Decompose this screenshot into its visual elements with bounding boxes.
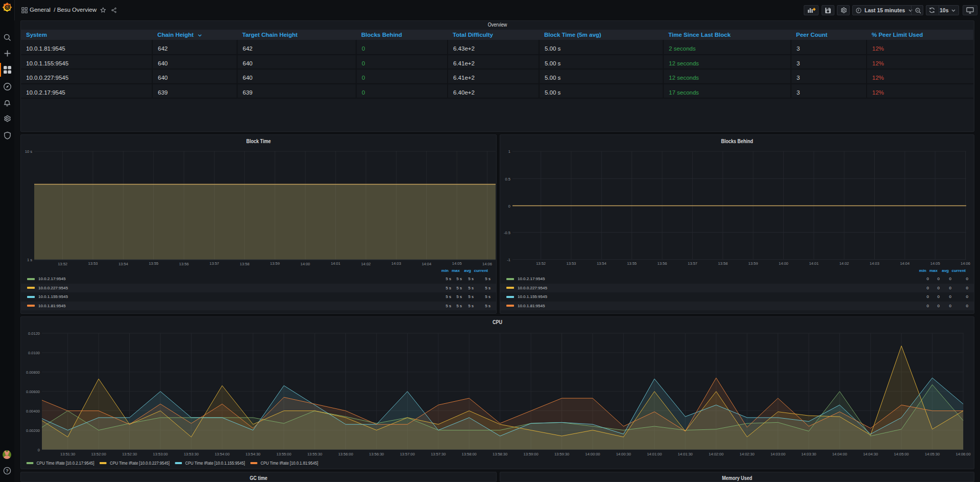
svg-text:13:57:30: 13:57:30 — [431, 452, 446, 456]
svg-text:13:58: 13:58 — [718, 261, 728, 266]
svg-text:14:02: 14:02 — [361, 262, 371, 266]
svg-text:13:56: 13:56 — [658, 261, 667, 266]
svg-text:14:05: 14:05 — [930, 261, 940, 266]
svg-text:13:57: 13:57 — [209, 261, 219, 266]
svg-text:13:56:00: 13:56:00 — [338, 452, 353, 456]
svg-text:13:58: 13:58 — [240, 262, 249, 266]
svg-text:13:57:00: 13:57:00 — [400, 452, 415, 456]
svg-text:14:01: 14:01 — [331, 261, 340, 266]
svg-text:13:53: 13:53 — [88, 261, 98, 266]
svg-text:?: ? — [6, 468, 9, 473]
svg-text:14:06: 14:06 — [961, 261, 970, 266]
svg-text:10 s: 10 s — [25, 149, 32, 154]
svg-text:14:00: 14:00 — [300, 262, 310, 266]
svg-text:13:52: 13:52 — [58, 262, 67, 266]
svg-text:-0.5: -0.5 — [504, 231, 510, 235]
svg-text:14:03: 14:03 — [870, 261, 879, 266]
svg-text:14:02: 14:02 — [839, 261, 849, 266]
svg-text:14:01:00: 14:01:00 — [647, 452, 662, 456]
svg-text:13:53:00: 13:53:00 — [153, 452, 168, 456]
svg-text:0: 0 — [38, 448, 40, 452]
svg-text:13:55: 13:55 — [627, 261, 637, 266]
svg-text:14:03: 14:03 — [391, 261, 401, 266]
svg-text:14:01:30: 14:01:30 — [678, 452, 693, 456]
svg-text:13:56:30: 13:56:30 — [369, 452, 384, 456]
svg-text:0.00200: 0.00200 — [26, 428, 40, 433]
svg-text:14:03:00: 14:03:00 — [771, 452, 785, 456]
svg-text:13:56: 13:56 — [179, 262, 189, 266]
svg-text:14:00:30: 14:00:30 — [616, 452, 631, 456]
svg-text:13:54:00: 13:54:00 — [215, 452, 229, 456]
svg-text:13:53: 13:53 — [567, 261, 576, 266]
svg-text:14:01: 14:01 — [809, 261, 819, 266]
svg-text:0.00800: 0.00800 — [26, 370, 40, 375]
svg-text:13:54:30: 13:54:30 — [246, 452, 261, 456]
svg-text:14:05: 14:05 — [452, 261, 462, 266]
svg-text:13:57: 13:57 — [688, 261, 697, 266]
svg-text:14:05:00: 14:05:00 — [894, 452, 909, 456]
svg-text:14:02:00: 14:02:00 — [709, 452, 724, 456]
svg-text:0.0100: 0.0100 — [28, 351, 40, 355]
svg-text:13:52: 13:52 — [536, 261, 546, 266]
svg-text:1: 1 — [508, 149, 510, 154]
svg-text:14:04:30: 14:04:30 — [863, 452, 878, 456]
svg-text:14:04: 14:04 — [422, 262, 431, 266]
svg-text:13:51:30: 13:51:30 — [60, 452, 75, 456]
svg-text:-1: -1 — [507, 258, 510, 262]
svg-text:0.0120: 0.0120 — [28, 331, 40, 336]
svg-text:13:55: 13:55 — [149, 261, 158, 266]
svg-text:14:00: 14:00 — [779, 261, 788, 266]
svg-text:13:58:00: 13:58:00 — [462, 452, 477, 456]
svg-text:0.00400: 0.00400 — [26, 409, 40, 414]
svg-text:13:54: 13:54 — [119, 262, 128, 266]
svg-text:13:59: 13:59 — [749, 261, 758, 266]
svg-text:14:03:30: 14:03:30 — [801, 452, 816, 456]
svg-text:14:00:00: 14:00:00 — [585, 452, 600, 456]
svg-text:14:05:30: 14:05:30 — [925, 452, 940, 456]
svg-text:13:58:30: 13:58:30 — [493, 452, 507, 456]
svg-text:13:52:00: 13:52:00 — [91, 452, 106, 456]
svg-text:14:06: 14:06 — [482, 262, 492, 266]
svg-text:13:53:30: 13:53:30 — [184, 452, 199, 456]
svg-text:14:04: 14:04 — [900, 261, 909, 266]
svg-text:13:59: 13:59 — [270, 261, 280, 266]
svg-text:0: 0 — [508, 204, 510, 209]
svg-text:13:59:00: 13:59:00 — [523, 452, 538, 456]
svg-text:14:06:00: 14:06:00 — [955, 452, 970, 456]
svg-text:13:59:30: 13:59:30 — [554, 452, 569, 456]
svg-text:13:52:30: 13:52:30 — [122, 452, 137, 456]
svg-text:14:02:30: 14:02:30 — [739, 452, 754, 456]
svg-text:0.00600: 0.00600 — [26, 389, 40, 394]
svg-text:13:55:00: 13:55:00 — [276, 452, 291, 456]
svg-text:13:54: 13:54 — [597, 261, 606, 266]
svg-text:13:55:30: 13:55:30 — [307, 452, 322, 456]
svg-text:0.5: 0.5 — [505, 177, 510, 181]
svg-text:1 s: 1 s — [27, 258, 32, 262]
svg-text:14:04:00: 14:04:00 — [832, 452, 847, 456]
